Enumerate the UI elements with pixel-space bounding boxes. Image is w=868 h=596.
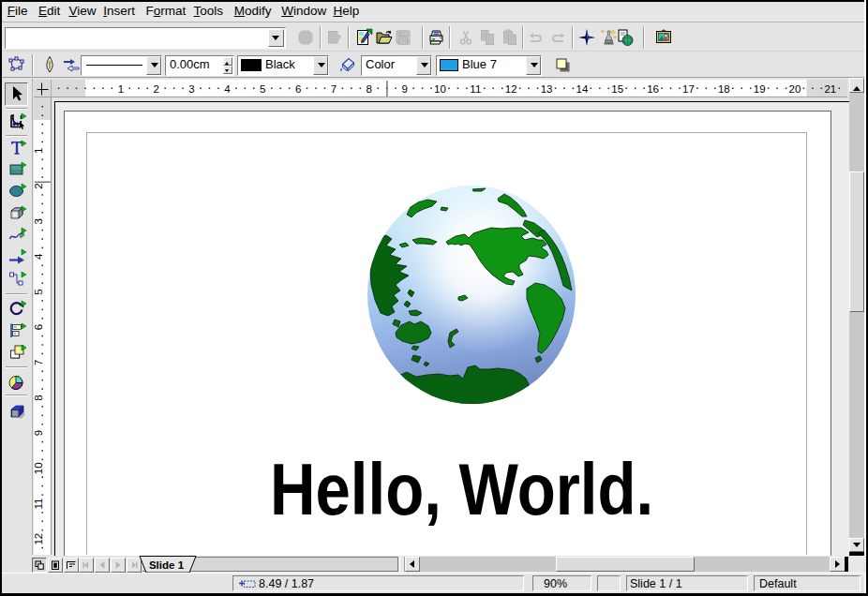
svg-text:12: 12: [505, 83, 517, 95]
svg-text:9: 9: [401, 83, 407, 95]
svg-text:2: 2: [153, 83, 158, 95]
svg-text:8: 8: [367, 83, 372, 95]
svg-text:2: 2: [34, 183, 44, 188]
svg-text:21: 21: [824, 83, 836, 95]
svg-text:5: 5: [34, 289, 44, 294]
svg-text:Slide 1: Slide 1: [149, 559, 185, 570]
svg-text:20: 20: [789, 83, 801, 95]
svg-text:19: 19: [754, 83, 766, 95]
svg-text:5: 5: [260, 83, 265, 95]
svg-text:10: 10: [34, 462, 44, 474]
svg-text:7: 7: [331, 83, 337, 95]
svg-text:9: 9: [34, 430, 44, 436]
svg-text:14: 14: [576, 83, 589, 95]
svg-text:7: 7: [34, 360, 44, 365]
svg-text:17: 17: [682, 83, 695, 95]
svg-text:16: 16: [647, 83, 659, 95]
svg-text:1: 1: [34, 148, 44, 154]
svg-text:8: 8: [34, 395, 44, 400]
svg-text:10: 10: [434, 83, 446, 95]
svg-text:3: 3: [34, 218, 44, 224]
svg-text:4: 4: [224, 83, 231, 95]
svg-text:6: 6: [34, 324, 44, 330]
svg-text:6: 6: [295, 83, 301, 95]
svg-text:3: 3: [188, 83, 194, 95]
svg-text:1: 1: [118, 83, 124, 95]
svg-text:12: 12: [34, 533, 44, 545]
svg-text:18: 18: [718, 83, 730, 95]
svg-text:13: 13: [541, 83, 553, 95]
svg-text:11: 11: [470, 83, 481, 95]
svg-text:11: 11: [34, 498, 44, 509]
svg-text:4: 4: [34, 253, 44, 260]
svg-text:15: 15: [611, 83, 623, 95]
